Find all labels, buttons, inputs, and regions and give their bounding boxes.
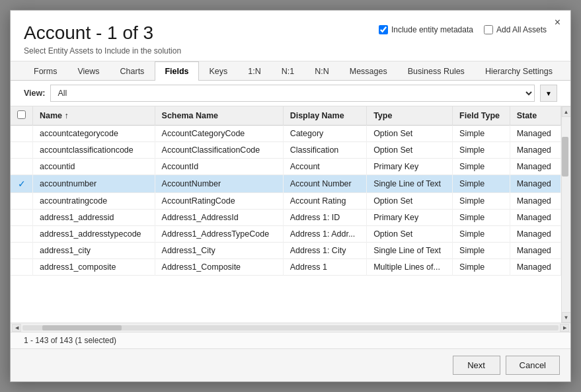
- cell-schema_name: AccountRatingCode: [155, 193, 283, 210]
- view-select[interactable]: All: [50, 85, 535, 102]
- table-row[interactable]: accountratingcodeAccountRatingCodeAccoun…: [11, 193, 561, 210]
- cell-field_type: Simple: [453, 226, 510, 243]
- cell-display_name: Address 1: Addr...: [283, 226, 367, 243]
- tab-fields[interactable]: Fields: [155, 61, 198, 81]
- tab-charts[interactable]: Charts: [110, 61, 155, 81]
- h-scroll-track[interactable]: [22, 325, 559, 331]
- cell-display_name: Category: [283, 126, 367, 142]
- tab-business-rules[interactable]: Business Rules: [398, 61, 475, 81]
- scroll-up-arrow[interactable]: ▲: [562, 106, 571, 117]
- cell-name: accountnumber: [33, 175, 155, 193]
- table-row[interactable]: accountcategorycodeAccountCategoryCodeCa…: [11, 126, 561, 142]
- cell-name: address1_addressid: [33, 210, 155, 226]
- col-field_type: Field Type: [453, 106, 510, 126]
- scroll-left-arrow[interactable]: ◀: [12, 324, 21, 332]
- horizontal-scrollbar[interactable]: ◀ ▶: [11, 323, 570, 332]
- add-all-assets-checkbox[interactable]: [484, 25, 493, 34]
- next-button[interactable]: Next: [453, 356, 500, 375]
- table-row[interactable]: ✓accountnumberAccountNumberAccount Numbe…: [11, 175, 561, 193]
- table-row[interactable]: address1_compositeAddress1_CompositeAddr…: [11, 259, 561, 276]
- cell-field_type: Simple: [453, 193, 510, 210]
- cell-state: Managed: [510, 259, 561, 276]
- cell-state: Managed: [510, 126, 561, 142]
- cell-check: [11, 226, 33, 243]
- col-type: Type: [367, 106, 453, 126]
- table-row[interactable]: accountidAccountIdAccountPrimary KeySimp…: [11, 159, 561, 175]
- tab-n-1[interactable]: N:1: [272, 61, 304, 81]
- scroll-right-arrow[interactable]: ▶: [560, 324, 569, 332]
- cell-display_name: Classification: [283, 142, 367, 159]
- cell-check: [11, 210, 33, 226]
- cell-check: [11, 126, 33, 142]
- main-dialog: × Account - 1 of 3 Select Entity Assets …: [10, 10, 571, 382]
- cell-display_name: Address 1: City: [283, 243, 367, 259]
- cell-type: Option Set: [367, 193, 453, 210]
- row-checkmark: ✓: [18, 178, 26, 189]
- cell-state: Managed: [510, 243, 561, 259]
- add-all-assets-label[interactable]: Add All Assets: [484, 25, 547, 34]
- include-metadata-checkbox[interactable]: [379, 25, 388, 34]
- table-scroll-area: Name ↑Schema NameDisplay NameTypeField T…: [11, 106, 570, 332]
- cell-field_type: Simple: [453, 159, 510, 175]
- tab-views[interactable]: Views: [67, 61, 109, 81]
- include-metadata-label[interactable]: Include entity metadata: [379, 25, 473, 34]
- cell-schema_name: Address1_Composite: [155, 259, 283, 276]
- cancel-button[interactable]: Cancel: [506, 356, 560, 375]
- cell-name: address1_addresstypecode: [33, 226, 155, 243]
- cell-type: Single Line of Text: [367, 243, 453, 259]
- scroll-down-arrow[interactable]: ▼: [562, 312, 571, 323]
- cell-check: [11, 159, 33, 175]
- table-row[interactable]: accountclassificationcodeAccountClassifi…: [11, 142, 561, 159]
- tab-forms[interactable]: Forms: [24, 61, 67, 81]
- tab-hierarchy-settings[interactable]: Hierarchy Settings: [475, 61, 562, 81]
- cell-type: Option Set: [367, 226, 453, 243]
- cell-field_type: Simple: [453, 142, 510, 159]
- col-name[interactable]: Name ↑: [33, 106, 155, 126]
- status-text: 1 - 143 of 143 (1 selected): [24, 336, 116, 345]
- h-scroll-thumb[interactable]: [42, 325, 122, 331]
- fields-table: Name ↑Schema NameDisplay NameTypeField T…: [11, 106, 561, 276]
- table-container[interactable]: Name ↑Schema NameDisplay NameTypeField T…: [11, 106, 561, 323]
- cell-schema_name: AccountClassificationCode: [155, 142, 283, 159]
- cell-state: Managed: [510, 226, 561, 243]
- tab-n-n[interactable]: N:N: [305, 61, 339, 81]
- footer: Next Cancel: [11, 348, 570, 381]
- cell-name: accountid: [33, 159, 155, 175]
- cell-schema_name: Address1_City: [155, 243, 283, 259]
- tab-messages[interactable]: Messages: [340, 61, 397, 81]
- view-dropdown-button[interactable]: ▼: [540, 85, 557, 102]
- cell-state: Managed: [510, 193, 561, 210]
- cell-name: accountratingcode: [33, 193, 155, 210]
- cell-schema_name: AccountId: [155, 159, 283, 175]
- cell-display_name: Address 1: ID: [283, 210, 367, 226]
- vertical-scrollbar[interactable]: ▲ ▼: [561, 106, 570, 323]
- table-row[interactable]: address1_cityAddress1_CityAddress 1: Cit…: [11, 243, 561, 259]
- view-bar: View: All ▼: [11, 81, 570, 106]
- cell-schema_name: Address1_AddressTypeCode: [155, 226, 283, 243]
- cell-type: Option Set: [367, 126, 453, 142]
- cell-display_name: Account Number: [283, 175, 367, 193]
- cell-check: [11, 243, 33, 259]
- cell-check: [11, 259, 33, 276]
- cell-display_name: Account: [283, 159, 367, 175]
- scroll-thumb[interactable]: [562, 137, 568, 176]
- cell-type: Multiple Lines of...: [367, 259, 453, 276]
- cell-type: Option Set: [367, 142, 453, 159]
- view-label: View:: [24, 89, 45, 98]
- cell-name: address1_composite: [33, 259, 155, 276]
- col-check: [11, 106, 33, 126]
- cell-name: accountclassificationcode: [33, 142, 155, 159]
- close-button[interactable]: ×: [551, 16, 564, 29]
- select-all-checkbox[interactable]: [17, 110, 26, 119]
- table-row[interactable]: address1_addressidAddress1_AddressIdAddr…: [11, 210, 561, 226]
- cell-field_type: Simple: [453, 175, 510, 193]
- cell-name: address1_city: [33, 243, 155, 259]
- cell-schema_name: AccountCategoryCode: [155, 126, 283, 142]
- cell-display_name: Account Rating: [283, 193, 367, 210]
- cell-state: Managed: [510, 175, 561, 193]
- cell-schema_name: Address1_AddressId: [155, 210, 283, 226]
- tab-keys[interactable]: Keys: [200, 61, 238, 81]
- tab-1-n[interactable]: 1:N: [238, 61, 270, 81]
- cell-type: Primary Key: [367, 159, 453, 175]
- table-row[interactable]: address1_addresstypecodeAddress1_Address…: [11, 226, 561, 243]
